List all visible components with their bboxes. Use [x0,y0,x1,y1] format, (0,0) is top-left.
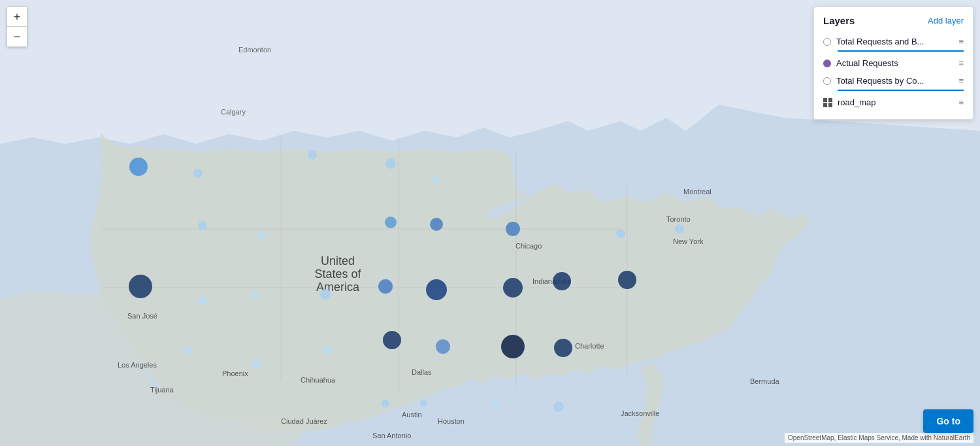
map-dot-13 [199,297,207,305]
layer-handle-1[interactable]: ≡ [958,37,964,46]
svg-text:Jacksonville: Jacksonville [621,409,659,417]
layer-underline-1 [838,50,964,52]
map-dot-17 [383,331,401,349]
svg-text:United: United [321,254,355,267]
layer-handle-3[interactable]: ≡ [958,76,964,86]
map-dot-24 [618,271,636,289]
svg-text:States of: States of [314,267,361,281]
map-dot-4 [433,176,440,184]
map-dot-25 [251,290,259,298]
layer-handle-2[interactable]: ≡ [958,58,964,68]
add-layer-button[interactable]: Add layer [928,16,964,26]
layers-panel: Layers Add layer Total Requests and B...… [813,7,973,120]
svg-text:Edmonton: Edmonton [238,46,271,54]
svg-text:Tijuana: Tijuana [150,386,174,394]
map-dot-22 [553,272,571,290]
map-dot-3 [385,158,396,169]
svg-text:Chihuahua: Chihuahua [301,376,336,384]
layer-underline-3 [838,90,964,91]
layers-header: Layers Add layer [814,15,973,33]
map-dot-5 [198,221,207,230]
map-dot-28 [382,400,389,407]
map-dot-27 [252,360,261,369]
map-dot-19 [436,339,450,354]
map-dot-30 [493,402,500,409]
layer-grid-icon [823,98,832,107]
zoom-out-button[interactable]: − [7,27,27,46]
map-attribution: OpenStreetMap, Elastic Maps Service, Mad… [785,433,973,443]
svg-text:Los Angeles: Los Angeles [118,361,157,369]
map-dot-16 [378,279,393,294]
svg-text:Houston: Houston [438,417,465,425]
map-dot-10 [616,229,625,238]
goto-button[interactable]: Go to [923,409,973,433]
layer-color-indicator-2 [823,60,831,67]
layer-item-actual-requests[interactable]: Actual Requests ≡ [814,54,973,72]
map-dot-20 [503,278,523,298]
layer-color-indicator-3 [823,77,831,85]
map-dot-9 [506,222,520,236]
map-dot-14 [320,289,331,300]
layers-title: Layers [823,15,855,26]
map-dot-2 [308,150,317,160]
map-dot-26 [184,346,192,354]
svg-text:Bermuda: Bermuda [750,377,780,385]
layer-name-2: Actual Requests [836,58,953,68]
zoom-controls: + − [7,7,27,47]
layer-name-1: Total Requests and B... [836,37,953,46]
svg-text:Calgary: Calgary [221,108,246,116]
svg-text:Ciudad Juárez: Ciudad Juárez [281,417,327,425]
layer-item-road-map[interactable]: road_map ≡ [814,94,973,111]
svg-text:Dallas: Dallas [412,368,432,376]
map-dot-21 [501,335,525,358]
svg-text:Phoenix: Phoenix [222,369,248,377]
svg-text:Chicago: Chicago [515,242,542,250]
map-dot-18 [426,279,447,300]
layer-name-4: road_map [838,97,953,107]
map-dot-29 [420,400,427,407]
layer-item-total-requests-co[interactable]: Total Requests by Co... ≡ [814,72,973,90]
map-dot-1 [193,169,203,178]
map-dot-11 [675,224,684,233]
map-dot-15 [323,346,331,354]
zoom-in-button[interactable]: + [7,7,27,27]
map-dot-23 [554,339,572,357]
map-dot-7 [385,216,397,228]
map-dot-8 [430,218,443,231]
svg-text:Austin: Austin [402,411,422,419]
layer-handle-4[interactable]: ≡ [958,97,964,107]
svg-text:San José: San José [127,312,157,320]
map-dot-12 [129,275,152,298]
layer-item-total-requests-b[interactable]: Total Requests and B... ≡ [814,33,973,50]
layer-color-indicator-1 [823,38,831,46]
svg-text:Toronto: Toronto [666,215,691,223]
layer-name-3: Total Requests by Co... [836,76,953,86]
map-dot-0 [129,158,148,176]
svg-text:Montreal: Montreal [683,188,711,196]
map-dot-6 [257,232,265,239]
svg-text:Charlotte: Charlotte [575,342,604,350]
map-dot-31 [553,402,564,412]
svg-text:San Antonio: San Antonio [372,432,411,439]
svg-text:New York: New York [673,237,704,245]
